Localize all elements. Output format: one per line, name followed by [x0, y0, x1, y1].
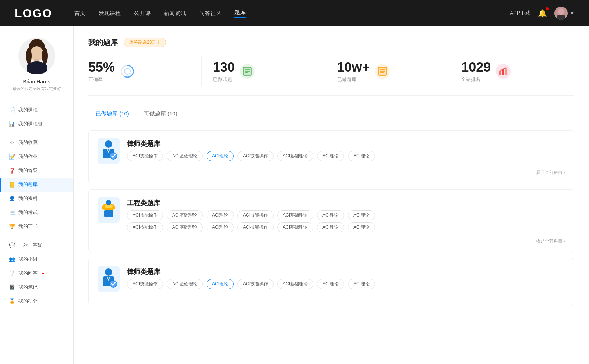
lawyer-bank-icon-2: [98, 266, 120, 292]
bank-tag-0-1[interactable]: ACI基础理论: [167, 151, 203, 161]
nav-qa-community[interactable]: 问答社区: [199, 10, 221, 17]
bank-tag-0-4[interactable]: ACI基础理论: [277, 151, 313, 161]
bank-tag-2-5[interactable]: ACI理论: [317, 279, 344, 289]
sidebar-item-exam[interactable]: 📃 我的考试: [0, 206, 73, 220]
sidebar-item-bank[interactable]: 📒 我的题库: [0, 178, 73, 192]
nav-question-bank[interactable]: 题库: [234, 9, 246, 18]
bank-tag-1-3[interactable]: ACI技能操作: [237, 210, 274, 220]
stat-done-banks-label: 已做题库: [337, 76, 370, 83]
bank-card-lawyer-2-tags: ACI技能操作 ACI基础理论 ACI理论 ACI技能操作 ACI基础理论 AC…: [127, 279, 375, 289]
done-banks-icon: [375, 64, 390, 79]
bank-card-lawyer-2-body: 律师类题库 ACI技能操作 ACI基础理论 ACI理论 ACI技能操作 ACI基…: [127, 266, 375, 289]
bank-tag-0-0[interactable]: ACI技能操作: [127, 151, 163, 161]
lawyer-bank-icon-1: [98, 138, 120, 164]
bank-tag-0-2[interactable]: ACI理论: [207, 151, 234, 161]
stat-done-exercises-text: 130 已做试题: [213, 60, 235, 83]
bank-tag-2-1[interactable]: ACI基础理论: [167, 279, 203, 289]
notification-bell[interactable]: 🔔: [538, 9, 547, 18]
bank-tag-1-5[interactable]: ACI理论: [317, 210, 344, 220]
app-download-button[interactable]: APP下载: [510, 10, 530, 17]
sidebar-item-profile-data[interactable]: 👤 我的资料: [0, 192, 73, 206]
svg-point-10: [42, 48, 48, 64]
nav-discover[interactable]: 发现课程: [99, 10, 121, 17]
bank-tag-1-4[interactable]: ACI基础理论: [277, 210, 313, 220]
stat-done-banks: 10w+ 已做题库: [326, 56, 451, 86]
bank-tag-2-2[interactable]: ACI理论: [207, 279, 234, 289]
bank-tag-1-6[interactable]: ACI理论: [348, 210, 375, 220]
bank-tag-2-6[interactable]: ACI理论: [348, 279, 375, 289]
main-content: 我的题库 体验剩余23天！ 55% 正确率 130: [74, 26, 589, 364]
bank-tag-1-10[interactable]: ACI技能操作: [237, 222, 274, 232]
lawyer-icon-svg: [99, 140, 118, 162]
notification-badge: [546, 7, 549, 10]
course-icon: 📄: [9, 107, 15, 113]
bank-icon: 📒: [9, 182, 15, 188]
profile-name: Brian Harris: [7, 79, 66, 85]
svg-point-9: [26, 48, 32, 64]
bank-card-lawyer-1-expand[interactable]: 展开全部科目 ›: [98, 169, 565, 176]
bank-tag-1-8[interactable]: ACI基础理论: [167, 222, 203, 232]
sidebar-item-qa[interactable]: ❓ 我的答疑: [0, 164, 73, 178]
bank-tag-2-4[interactable]: ACI基础理论: [277, 279, 313, 289]
bank-tag-0-5[interactable]: ACI理论: [317, 151, 344, 161]
bank-card-lawyer-1-title: 律师类题库: [127, 139, 375, 148]
svg-rect-27: [505, 68, 507, 75]
sidebar-item-1v1[interactable]: 💬 一对一答疑: [0, 238, 73, 252]
nav-news[interactable]: 新闻资讯: [164, 10, 186, 17]
points-icon: 🏅: [9, 298, 15, 304]
stat-site-rank-label: 全站排名: [461, 76, 491, 83]
sidebar-item-note[interactable]: 📓 我的笔记: [0, 280, 73, 294]
sidebar-item-course[interactable]: 📄 我的课程: [0, 103, 73, 117]
nav-open-course[interactable]: 公开课: [134, 10, 151, 17]
sidebar-item-course-pkg[interactable]: 📊 我的课程包...: [0, 117, 73, 131]
stat-accuracy: 55% 正确率: [88, 56, 202, 86]
done-exercises-icon: [240, 64, 255, 79]
bank-tag-1-7[interactable]: ACI技能操作: [127, 222, 163, 232]
tab-available-banks[interactable]: 可做题库 (10): [137, 107, 185, 121]
1v1-icon: 💬: [9, 242, 15, 248]
tab-done-banks[interactable]: 已做题库 (10): [88, 107, 137, 121]
bank-card-lawyer-1: 律师类题库 ACI技能操作 ACI基础理论 ACI理论 ACI技能操作 ACI基…: [88, 130, 574, 183]
bank-tag-0-6[interactable]: ACI理论: [348, 151, 375, 161]
cert-icon: 🏆: [9, 224, 15, 229]
sidebar-item-favorites[interactable]: ☆ 我的收藏: [0, 136, 73, 150]
sidebar-item-points[interactable]: 🏅 我的积分: [0, 294, 73, 308]
stat-done-exercises-value: 130: [213, 60, 235, 75]
bank-card-engineer-tags-row1: ACI技能操作 ACI基础理论 ACI理论 ACI技能操作 ACI基础理论 AC…: [127, 210, 375, 220]
bank-tag-1-2[interactable]: ACI理论: [207, 210, 234, 220]
bank-card-engineer-expand[interactable]: 收起全部科目 ›: [98, 238, 565, 245]
profile-avatar: [18, 38, 55, 74]
bank-tag-1-1[interactable]: ACI基础理论: [167, 210, 203, 220]
sidebar-item-my-qa[interactable]: ❔ 我的问答 ●: [0, 266, 73, 280]
bank-tag-1-9[interactable]: ACI理论: [207, 222, 234, 232]
svg-point-31: [110, 153, 117, 159]
nav-home[interactable]: 首页: [74, 10, 85, 17]
user-avatar-menu[interactable]: ▼: [554, 7, 574, 20]
bank-tag-2-0[interactable]: ACI技能操作: [127, 279, 163, 289]
sidebar: Brian Harris 错误的决定比没有决定要好 📄 我的课程 📊 我的课程包…: [0, 26, 74, 364]
svg-rect-3: [557, 15, 565, 20]
bank-tag-1-12[interactable]: ACI理论: [317, 222, 344, 232]
bank-tag-0-3[interactable]: ACI技能操作: [237, 151, 274, 161]
sidebar-item-homework[interactable]: 📝 我的作业: [0, 150, 73, 164]
stat-done-exercises-label: 已做试题: [213, 76, 235, 83]
bank-card-engineer-header: 工程类题库 ACI技能操作 ACI基础理论 ACI理论 ACI技能操作 ACI基…: [98, 197, 565, 232]
nav-more[interactable]: ···: [259, 10, 264, 17]
stat-site-rank-text: 1029 全站排名: [461, 60, 491, 83]
divider-1: [0, 133, 73, 133]
svg-rect-25: [499, 71, 501, 75]
bank-card-engineer: 工程类题库 ACI技能操作 ACI基础理论 ACI理论 ACI技能操作 ACI基…: [88, 189, 574, 252]
accuracy-progress-circle: [120, 64, 135, 79]
svg-point-1: [558, 8, 564, 15]
bank-tag-1-13[interactable]: ACI理论: [348, 222, 375, 232]
bank-tag-1-11[interactable]: ACI基础理论: [277, 222, 313, 232]
exam-icon: 📃: [9, 210, 15, 215]
sidebar-item-group[interactable]: 👥 我的小组: [0, 252, 73, 266]
bank-tag-1-0[interactable]: ACI技能操作: [127, 210, 163, 220]
stat-accuracy-label: 正确率: [88, 76, 115, 83]
site-rank-icon: [496, 64, 511, 79]
bank-tag-2-3[interactable]: ACI技能操作: [237, 279, 274, 289]
engineer-icon-svg: [99, 199, 118, 221]
profile-avatar-image: [18, 38, 55, 74]
sidebar-item-cert[interactable]: 🏆 我的证书: [0, 220, 73, 233]
